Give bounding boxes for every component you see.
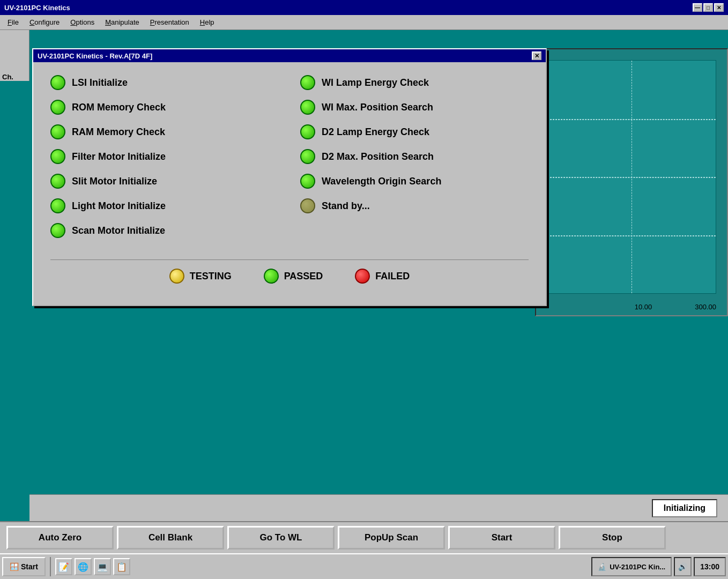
label-rom: ROM Memory Check [72,102,166,113]
legend-row: TESTING PASSED FAILED [50,259,529,292]
start-menu-button[interactable]: 🪟 Start [2,557,46,576]
start-icon: 🪟 [10,562,19,571]
indicator-standby [300,198,315,213]
titlebar-controls: — □ ✕ [693,3,724,12]
start-label: Start [21,562,38,571]
taskbar-app-label: UV-2101PC Kin... [610,563,665,571]
legend-testing-label: TESTING [190,271,232,282]
x-label-left: 10.00 [635,303,652,311]
menu-help[interactable]: Help [195,16,220,28]
menu-manipulate[interactable]: Manipulate [100,16,145,28]
cell-blank-button[interactable]: Cell Blank [117,526,224,550]
legend-passed: PASSED [264,269,323,284]
check-lsi: LSI Initialize [50,75,279,90]
indicator-light [50,198,65,213]
indicator-rom [50,100,65,115]
status-bar: Initializing [29,494,728,521]
minimize-btn[interactable]: — [693,3,702,12]
chart-panel: 10.00 300.00 [535,48,728,316]
taskbar-divider [50,557,51,576]
start-button[interactable]: Start [448,526,555,550]
taskbar: 🪟 Start 📝 🌐 💻 📋 🔬 UV-2101PC Kin... 🔊 13:… [0,553,728,579]
menu-bar: File Configure Options Manipulate Presen… [0,15,728,30]
check-d2-max: D2 Max. Position Search [300,149,529,164]
indicator-filter [50,149,65,164]
label-wavelength: Wavelength Origin Search [322,176,441,187]
label-standby: Stand by... [322,201,370,212]
label-d2-lamp: D2 Lamp Energy Check [322,127,429,138]
check-rom: ROM Memory Check [50,100,279,115]
taskbar-app-uv[interactable]: 🔬 UV-2101PC Kin... [591,557,672,576]
status-label: Initializing [664,503,705,513]
taskbar-app-icon: 🔬 [598,563,606,571]
menu-configure[interactable]: Configure [24,16,65,28]
label-ram: RAM Memory Check [72,127,165,138]
indicator-d2-max [300,149,315,164]
label-slit: Slit Motor Initialize [72,176,157,187]
indicator-wavelength [300,174,315,189]
go-to-wl-button[interactable]: Go To WL [227,526,335,550]
legend-testing-icon [169,269,184,284]
label-d2-max: D2 Max. Position Search [322,151,434,162]
label-wi-lamp: WI Lamp Energy Check [322,77,429,88]
channel-label: Ch. [2,73,13,81]
legend-passed-icon [264,269,279,284]
taskbar-systray: 🔊 [674,557,692,576]
check-wi-max: WI Max. Position Search [300,100,529,115]
auto-zero-button[interactable]: Auto Zero [6,526,114,550]
legend-testing: TESTING [169,269,232,284]
taskbar-icon-misc[interactable]: 📋 [113,558,130,575]
clock-time: 13:00 [700,562,719,571]
legend-failed-icon [355,269,370,284]
dialog-content: LSI Initialize WI Lamp Energy Check ROM … [33,62,546,305]
check-ram: RAM Memory Check [50,124,279,139]
indicator-d2-lamp [300,124,315,139]
check-wi-lamp: WI Lamp Energy Check [300,75,529,90]
label-filter: Filter Motor Initialize [72,151,166,162]
systray-icon: 🔊 [678,562,687,571]
label-scan: Scan Motor Initialize [72,225,165,236]
menu-options[interactable]: Options [65,16,100,28]
legend-failed: FAILED [355,269,410,284]
indicator-lsi [50,75,65,90]
label-light: Light Motor Initialize [72,201,166,212]
legend-failed-label: FAILED [375,271,410,282]
taskbar-clock: 13:00 [694,557,726,576]
stop-button[interactable]: Stop [559,526,666,550]
app-titlebar: UV-2101PC Kinetics — □ ✕ [0,0,728,15]
dialog-close-btn[interactable]: ✕ [532,51,541,60]
dialog-window: UV-2101PC Kinetics - Rev.A[7D 4F] ✕ LSI … [32,48,547,306]
check-filter: Filter Motor Initialize [50,149,279,164]
toolbar: Auto Zero Cell Blank Go To WL PopUp Scan… [0,521,728,553]
taskbar-icon-ie[interactable]: 🌐 [75,558,92,575]
check-scan: Scan Motor Initialize [50,223,279,238]
indicator-wi-lamp [300,75,315,90]
indicator-ram [50,124,65,139]
chart-xaxis: 10.00 300.00 [547,303,716,311]
taskbar-icon-notepad[interactable]: 📝 [55,558,72,575]
label-lsi: LSI Initialize [72,77,128,88]
check-standby: Stand by... [300,198,529,213]
chart-area: 10.00 300.00 [536,49,727,315]
indicator-slit [50,174,65,189]
checklist-grid: LSI Initialize WI Lamp Energy Check ROM … [50,75,529,238]
chart-inner [547,60,716,294]
check-d2-lamp: D2 Lamp Energy Check [300,124,529,139]
menu-file[interactable]: File [2,16,24,28]
taskbar-icon-explorer[interactable]: 💻 [94,558,111,575]
close-btn[interactable]: ✕ [714,3,724,12]
indicator-scan [50,223,65,238]
check-light: Light Motor Initialize [50,198,279,213]
maximize-btn[interactable]: □ [703,3,713,12]
app-title: UV-2101PC Kinetics [4,4,70,12]
check-wavelength: Wavelength Origin Search [300,174,529,189]
legend-passed-label: PASSED [284,271,323,282]
menu-presentation[interactable]: Presentation [145,16,195,28]
popup-scan-button[interactable]: PopUp Scan [338,526,445,550]
check-slit: Slit Motor Initialize [50,174,279,189]
dialog-titlebar: UV-2101PC Kinetics - Rev.A[7D 4F] ✕ [33,49,546,62]
left-panel: Ch. [0,30,29,81]
indicator-wi-max [300,100,315,115]
x-label-right: 300.00 [695,303,716,311]
dialog-title: UV-2101PC Kinetics - Rev.A[7D 4F] [38,52,152,60]
